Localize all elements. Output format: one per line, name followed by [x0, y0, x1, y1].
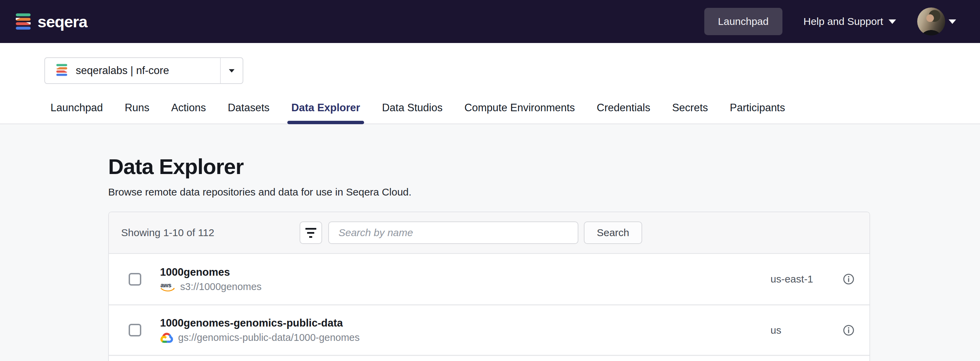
- tab-datasets[interactable]: Datasets: [227, 102, 270, 124]
- results-count: Showing 1-10 of 112: [121, 227, 214, 239]
- workspace-label: seqeralabs | nf-core: [76, 65, 169, 77]
- caret-down-icon: [889, 19, 896, 24]
- svg-text:aws: aws: [161, 281, 171, 288]
- search-input[interactable]: [328, 221, 578, 244]
- aws-icon: aws: [160, 281, 176, 292]
- tab-runs[interactable]: Runs: [124, 102, 150, 124]
- google-cloud-icon: [160, 332, 174, 343]
- help-and-support-label: Help and Support: [803, 16, 883, 27]
- subheader: seqeralabs | nf-core Launchpad Runs Acti…: [0, 43, 980, 124]
- search-button[interactable]: Search: [584, 221, 642, 244]
- panel-toolbar: Showing 1-10 of 112 Search: [109, 212, 869, 254]
- workspace-selector[interactable]: seqeralabs | nf-core: [45, 57, 243, 84]
- filter-button[interactable]: [300, 221, 322, 244]
- seqera-brand[interactable]: seqera: [14, 12, 88, 31]
- data-explorer-panel: Showing 1-10 of 112 Search 1000genomes a…: [108, 212, 870, 361]
- bucket-name-link[interactable]: 1000genomes-genomics-public-data: [160, 317, 360, 329]
- tab-secrets[interactable]: Secrets: [671, 102, 709, 124]
- table-row[interactable]: 1000genomes aws s3://1000genomes us-east…: [109, 254, 869, 304]
- workspace-tabs: Launchpad Runs Actions Datasets Data Exp…: [0, 102, 980, 124]
- table-row[interactable]: 1000genomes-genomics-public-data gs://ge…: [109, 304, 869, 355]
- tab-credentials[interactable]: Credentials: [596, 102, 651, 124]
- seqera-logo-icon: [14, 13, 32, 30]
- info-icon[interactable]: [843, 324, 854, 336]
- workspace-dropdown-toggle[interactable]: [220, 58, 243, 83]
- tab-compute-environments[interactable]: Compute Environments: [464, 102, 576, 124]
- tab-participants[interactable]: Participants: [729, 102, 786, 124]
- page-title: Data Explorer: [108, 154, 980, 179]
- row-checkbox[interactable]: [129, 324, 141, 336]
- caret-down-icon: [948, 19, 956, 24]
- main-content: Data Explorer Browse remote data reposit…: [0, 124, 980, 361]
- bucket-uri: s3://1000genomes: [180, 281, 262, 293]
- avatar[interactable]: [917, 8, 945, 35]
- tab-actions[interactable]: Actions: [170, 102, 207, 124]
- table-row-partial: [109, 355, 869, 361]
- top-navbar: seqera Launchpad Help and Support: [0, 0, 980, 43]
- tab-launchpad[interactable]: Launchpad: [50, 102, 103, 124]
- info-icon[interactable]: [843, 273, 854, 285]
- row-checkbox[interactable]: [129, 273, 141, 286]
- bucket-uri: gs://genomics-public-data/1000-genomes: [178, 332, 360, 343]
- help-and-support-menu[interactable]: Help and Support: [803, 16, 896, 27]
- brand-name: seqera: [38, 12, 88, 31]
- filter-icon: [305, 228, 316, 230]
- tab-data-studios[interactable]: Data Studios: [381, 102, 443, 124]
- page-subtitle: Browse remote data repositories and data…: [108, 186, 980, 198]
- user-menu[interactable]: [917, 8, 956, 35]
- workspace-seqera-icon: [55, 64, 68, 78]
- bucket-name-link[interactable]: 1000genomes: [160, 266, 262, 278]
- caret-down-icon: [229, 69, 235, 72]
- launchpad-button[interactable]: Launchpad: [704, 8, 782, 35]
- region-label: us-east-1: [770, 273, 843, 285]
- tab-data-explorer[interactable]: Data Explorer: [291, 102, 361, 124]
- region-label: us: [770, 324, 843, 336]
